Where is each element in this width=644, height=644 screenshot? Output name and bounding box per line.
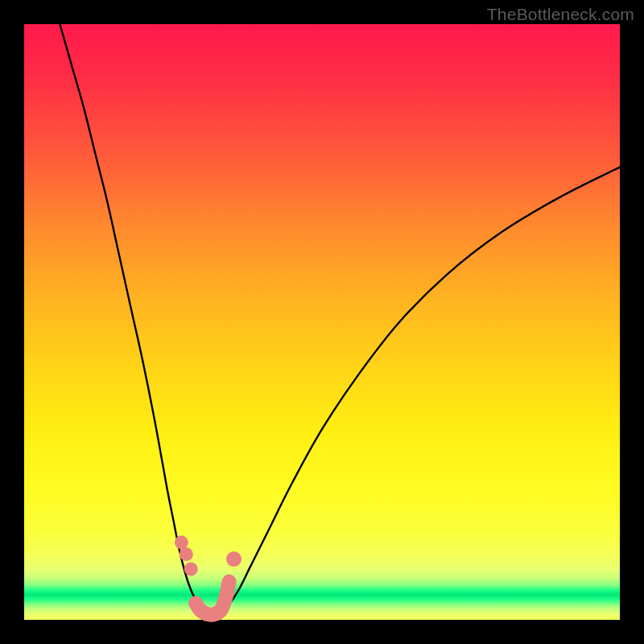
right-curve	[221, 167, 620, 614]
marker-dot	[180, 547, 193, 561]
plot-area	[24, 24, 620, 620]
watermark-text: TheBottleneck.com	[487, 5, 634, 24]
marker-dot	[175, 535, 188, 549]
marker-worm	[196, 582, 229, 615]
marker-dot	[226, 551, 242, 567]
marker-dots	[175, 535, 242, 576]
marker-dot	[184, 563, 198, 576]
curve-layer	[24, 24, 620, 620]
left-curve	[60, 24, 203, 614]
chart-frame: TheBottleneck.com	[0, 0, 644, 644]
